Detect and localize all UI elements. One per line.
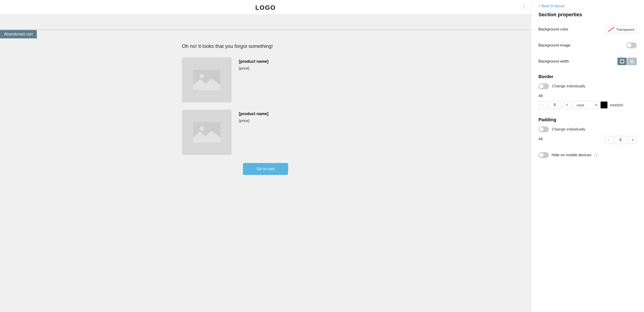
product-price-2: [price] [239, 118, 268, 123]
preview-content: Oh no! It looks that you forgot somethin… [164, 30, 367, 189]
border-style-select[interactable]: none solid dashed dotted [573, 101, 598, 109]
headline-text: Oh no! It looks that you forgot somethin… [182, 43, 349, 49]
product-name-2: [product name] [239, 111, 268, 116]
background-color-label: Background color [538, 27, 568, 32]
back-to-layout-link[interactable]: < Back to layout [538, 4, 564, 8]
padding-section-title: Padding [538, 113, 637, 124]
background-image-toggle[interactable] [626, 42, 637, 48]
background-color-swatch[interactable]: Transparent [606, 25, 637, 33]
width-btn-group [617, 57, 637, 65]
border-section-title: Border [538, 70, 637, 81]
hide-mobile-row: Hide on mobile devices i [538, 148, 637, 162]
border-controls: - + none solid dashed dotted #000000 [538, 101, 637, 109]
padding-change-individually-row: Change individually [538, 124, 637, 136]
border-value-input[interactable] [549, 101, 560, 109]
properties-panel: < Back to layout Section properties Back… [531, 0, 644, 312]
hide-mobile-label: Hide on mobile devices [552, 153, 591, 157]
product-name-1: [product name] [239, 59, 268, 64]
hide-mobile-toggle[interactable] [538, 152, 549, 158]
padding-change-individually-toggle[interactable] [538, 126, 549, 132]
padding-value-input[interactable] [614, 136, 626, 144]
abandoned-cart-tab[interactable]: Abandoned cart [0, 30, 37, 38]
background-color-control[interactable]: Transparent [606, 25, 637, 33]
padding-change-individually-label: Change individually [552, 127, 585, 132]
panel-body: Background color Transparent Background … [531, 21, 644, 162]
svg-point-1 [200, 74, 204, 78]
hide-mobile-info-icon[interactable]: i [594, 153, 598, 157]
svg-rect-7 [631, 60, 634, 62]
border-change-individually-label: Change individually [552, 84, 585, 88]
padding-increment-button[interactable]: + [629, 136, 637, 144]
product-row-1: [product name] [price] [182, 57, 349, 102]
border-change-individually-row: Change individually [538, 81, 637, 93]
background-image-control[interactable] [626, 42, 637, 48]
border-color-hex: #000000 [610, 103, 623, 107]
border-color-swatch[interactable] [600, 101, 608, 109]
product-image-1 [182, 57, 232, 102]
product-price-1: [price] [239, 66, 268, 71]
border-all-label: All [538, 94, 637, 98]
border-change-individually-toggle[interactable] [538, 83, 549, 89]
logo-text: LOGO [255, 4, 276, 11]
background-width-label: Background width [538, 59, 569, 64]
product-row-2: [product name] [price] [182, 110, 349, 155]
background-image-label: Background image [538, 43, 570, 48]
padding-all-label: All [538, 137, 543, 141]
background-color-row: Background color Transparent [538, 21, 637, 38]
more-options-icon[interactable]: ⋮ [520, 2, 528, 10]
border-increment-button[interactable]: + [563, 101, 571, 109]
product-info-1: [product name] [price] [239, 57, 268, 71]
background-image-row: Background image [538, 38, 637, 53]
go-to-cart-button[interactable]: Go to cart [243, 163, 288, 175]
width-full-button[interactable] [617, 57, 627, 65]
panel-header: < Back to layout Section properties [531, 0, 644, 21]
product-image-2 [182, 110, 232, 155]
transparent-swatch-icon [608, 27, 614, 32]
border-decrement-button[interactable]: - [538, 101, 546, 109]
preview-header: LOGO [0, 0, 531, 15]
background-color-value: Transparent [616, 27, 634, 31]
svg-rect-5 [620, 60, 624, 62]
width-contained-button[interactable] [627, 57, 637, 65]
product-info-2: [product name] [price] [239, 110, 268, 123]
background-width-control [617, 57, 637, 65]
svg-point-3 [200, 126, 204, 131]
padding-decrement-button[interactable]: - [604, 136, 612, 144]
padding-controls: All - + [538, 136, 637, 144]
section-properties-title: Section properties [538, 12, 637, 17]
background-width-row: Background width [538, 53, 637, 70]
